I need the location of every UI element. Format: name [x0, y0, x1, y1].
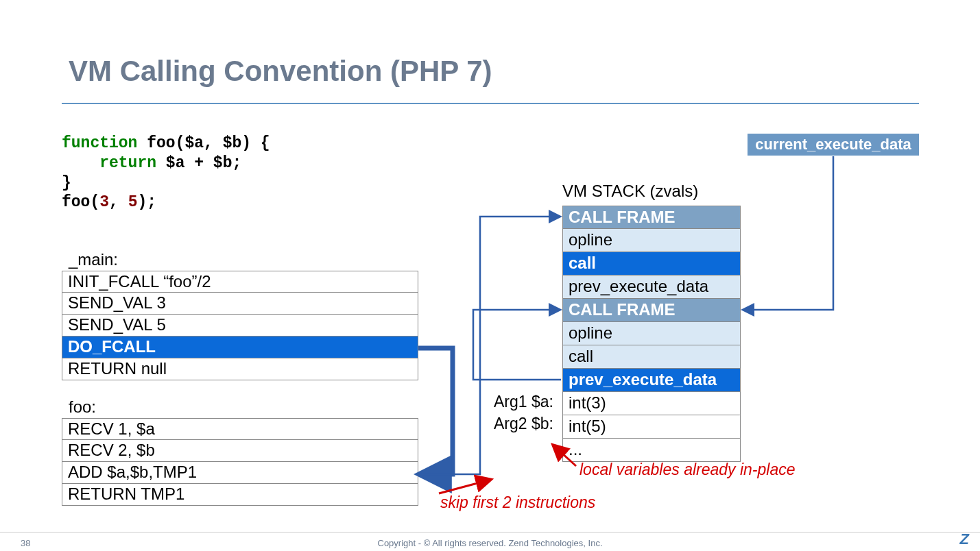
code-text: foo($a, $b) {: [137, 134, 270, 152]
stack-title: VM STACK (zvals): [562, 182, 698, 201]
zend-logo: Z: [960, 530, 968, 548]
code-kw: function: [62, 134, 137, 152]
opcode-row: ADD $a,$b,TMP1: [62, 462, 418, 484]
stack-row: call: [562, 345, 741, 369]
callout-skip: skip first 2 instructions: [440, 493, 595, 512]
opcode-row: SEND_VAL 5: [62, 315, 418, 336]
stack-row: int(5): [562, 415, 741, 439]
stack-row: opline: [562, 322, 741, 345]
stack-row: CALL FRAME: [562, 206, 741, 229]
opcode-row: SEND_VAL 3: [62, 293, 418, 315]
stack-row: prev_execute_data: [562, 276, 741, 299]
code-text: foo(: [62, 193, 99, 211]
code-num: 3: [99, 193, 109, 211]
opcode-row: RECV 1, $a: [62, 418, 418, 440]
label-foo: foo:: [69, 397, 96, 417]
code-text: );: [137, 193, 156, 211]
opcode-row: RECV 2, $b: [62, 440, 418, 462]
code-kw: return: [62, 154, 156, 172]
code-block: function foo($a, $b) { return $a + $b; }…: [62, 134, 270, 212]
opcode-table-foo: RECV 1, $a RECV 2, $b ADD $a,$b,TMP1 RET…: [62, 418, 418, 506]
stack-row: opline: [562, 229, 741, 252]
opcode-row-highlight: DO_FCALL: [62, 336, 418, 358]
code-text: ,: [109, 193, 128, 211]
stack-row: call: [562, 252, 741, 276]
stack-row: CALL FRAME: [562, 299, 741, 322]
opcode-row: INIT_FCALL “foo”/2: [62, 271, 418, 293]
label-main: _main:: [69, 250, 118, 269]
current-execute-data-box: current_execute_data: [748, 134, 919, 156]
arg-label: Arg1 $a:: [494, 393, 553, 411]
code-text: $a + $b;: [156, 154, 241, 172]
slide-number: 38: [21, 538, 30, 548]
footer: 38 Copyright - © All rights reserved. Ze…: [0, 532, 980, 551]
stack-row: ...: [562, 439, 741, 462]
copyright: Copyright - © All rights reserved. Zend …: [378, 538, 603, 548]
stack-row: int(3): [562, 392, 741, 415]
opcode-table-main: INIT_FCALL “foo”/2 SEND_VAL 3 SEND_VAL 5…: [62, 271, 418, 380]
title-underline: [62, 103, 919, 104]
opcode-row: RETURN TMP1: [62, 484, 418, 506]
opcode-row: RETURN null: [62, 358, 418, 380]
code-num: 5: [128, 193, 138, 211]
code-text: }: [62, 174, 71, 192]
slide-title: VM Calling Convention (PHP 7): [69, 55, 492, 88]
callout-local-vars: local variables already in-place: [579, 461, 796, 479]
stack-row: prev_execute_data: [562, 369, 741, 392]
arg-label: Arg2 $b:: [494, 415, 553, 433]
vm-stack: CALL FRAME opline call prev_execute_data…: [562, 206, 741, 462]
